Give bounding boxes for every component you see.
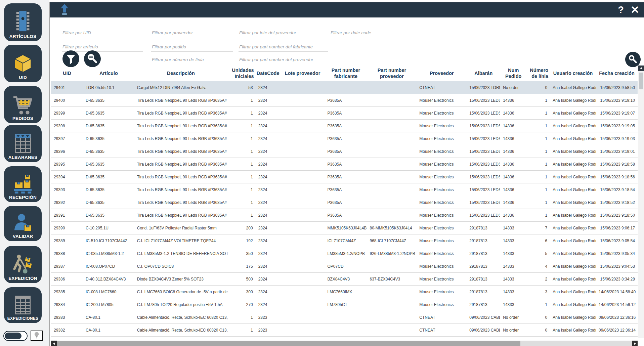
table-row[interactable]: 29389IC-510.ICL7107CM44ZC.I. ICL7107CM44… — [51, 234, 638, 247]
table-row[interactable]: 29393D-65.3635Tira Leds RGB NeopixeL 90 … — [51, 183, 638, 196]
column-header-uid[interactable]: UID — [51, 66, 83, 81]
table-row[interactable]: 29396D-65.3635Tira Leds RGB NeopixeL 90 … — [51, 145, 638, 158]
sidebar-item-label: ARTÍCULOS — [9, 34, 37, 39]
table-row[interactable]: 29384IC-200.LM7805C.I. LM7805 TO220 Regu… — [51, 298, 638, 311]
filter-proveedor-input[interactable] — [151, 29, 233, 37]
filter-uid-input[interactable] — [62, 29, 143, 37]
cell-articulo: D-65.3635 — [83, 111, 134, 116]
theme-toggle[interactable] — [3, 331, 28, 341]
table-row[interactable]: 29385IC-008.LMC7660C.I. LMC7660 SOIC8 Ge… — [51, 286, 638, 298]
chip-icon — [12, 11, 33, 34]
table-row[interactable]: 29388IC-035.LM385M3-1.2C.I. LM385M3-1.2 … — [51, 247, 638, 260]
table-row[interactable]: 29394D-65.3635Tira Leds RGB NeopixeL 90 … — [51, 171, 638, 183]
cell-unidades-iniciales: 1 — [227, 124, 256, 128]
cell-proveedor: Mouser Electronics — [417, 162, 467, 167]
filter-pedido-input[interactable] — [151, 43, 233, 51]
cell-num-pedido: 14336 — [500, 124, 526, 128]
filter-num-linia-input[interactable] — [151, 55, 233, 64]
table-row[interactable]: 29392D-65.3635Tira Leds RGB NeopixeL 90 … — [51, 196, 638, 209]
cell-part-number-fabricante: P3635A — [325, 149, 367, 154]
table-row[interactable]: 29399D-65.3635Tira Leds RGB NeopixeL 90 … — [51, 107, 638, 120]
cell-datecode: 2324 — [256, 98, 281, 103]
column-header-datecode[interactable]: DateCode — [256, 66, 281, 81]
help-icon[interactable]: ? — [618, 5, 624, 15]
cell-numero-linia: 1 — [526, 175, 550, 179]
table-row[interactable]: 29387IC-008.OP07CDC.I. OP07CD SOIC817523… — [51, 260, 638, 273]
cell-unidades-iniciales: 1 — [227, 213, 256, 218]
sidebar-item-recepcion[interactable]: RECEPCIÓN — [4, 166, 42, 202]
filter-datecode-input[interactable] — [330, 29, 411, 37]
apply-filter-button[interactable] — [62, 50, 79, 67]
cell-proveedor: Mouser Electronics — [417, 226, 467, 230]
cell-articulo: IC-200.LM7805 — [83, 302, 134, 307]
cell-fecha-creacion: 14/06/2023 14:56:12 — [596, 302, 638, 307]
table-row[interactable]: 29398D-65.3635Tira Leds RGB NeopixeL 90 … — [51, 120, 638, 132]
upload-arrow-button[interactable] — [59, 3, 70, 17]
cell-unidades-iniciales: 1 — [227, 175, 256, 179]
sidebar-item-expedicion[interactable]: EXPEDICIÓN — [4, 246, 42, 283]
cell-albaran: 15/06/2023 LEDS — [467, 98, 500, 103]
column-header-part-number-fabricante[interactable]: Part number fabricante — [325, 66, 367, 81]
sidebar-item-expediciones[interactable]: EXPEDICIONES — [4, 287, 42, 323]
column-header-articulo[interactable]: Artículo — [83, 66, 134, 81]
column-header-lote-proveedor[interactable]: Lote proveedor — [281, 66, 325, 81]
sidebar-item-validar[interactable]: VALIDAR — [4, 206, 42, 241]
cell-part-number-fabricante: OP07CD — [325, 264, 367, 269]
cell-numero-linia: 0 — [526, 328, 550, 333]
cell-numero-linia: 1 — [526, 149, 550, 154]
scroll-left-button[interactable] — [51, 341, 57, 346]
table-row[interactable]: 29395D-65.3635Tira Leds RGB NeopixeL 90 … — [51, 158, 638, 171]
filter-lote-input[interactable] — [239, 29, 328, 37]
cell-proveedor: Mouser Electronics — [417, 98, 467, 103]
cell-part-number-proveedor: 80-MMK5105K63J04L4 — [367, 226, 417, 230]
cell-num-pedido: 14336 — [500, 162, 526, 167]
sidebar-item-albaranes[interactable]: ALBARANES — [4, 125, 42, 162]
horizontal-scroll-thumb[interactable] — [57, 341, 520, 346]
cell-part-number-fabricante: P3635A — [325, 136, 367, 141]
filter-pn-proveedor-input[interactable] — [239, 55, 328, 64]
column-header-proveedor[interactable]: Proveedor — [417, 66, 467, 81]
cell-numero-linia: 1 — [526, 111, 550, 116]
table-row[interactable]: 29382CA-80.1Cable Alimentació, Recte, Sc… — [51, 324, 638, 337]
cell-usuario-creacion: Ana Isabel Gallego Rodrig — [550, 302, 596, 307]
column-header-part-number-proveedor[interactable]: Part number proveedor — [367, 66, 417, 81]
table-row[interactable]: 29401TOR-05.55.10.1Cargol M6x12 DIN 7984… — [51, 81, 638, 94]
cell-numero-linia: 1 — [526, 302, 550, 307]
sidebar-item-pedidos[interactable]: PEDIDOS — [4, 86, 42, 123]
column-header-num-pedido[interactable]: Num Pedido — [500, 66, 526, 81]
column-header-numero-linia[interactable]: Número de línia — [526, 66, 550, 81]
table-header: UIDArtículoDescripciónUnidades Iniciales… — [51, 66, 638, 81]
scroll-up-button[interactable] — [638, 66, 644, 71]
table-row[interactable]: 29391D-65.3635Tira Leds RGB NeopixeL 90 … — [51, 209, 638, 222]
cell-num-pedido: 14333 — [500, 302, 526, 307]
scroll-right-button[interactable] — [632, 341, 638, 346]
cell-datecode: 2324 — [256, 239, 281, 243]
horizontal-scrollbar[interactable] — [51, 341, 638, 346]
clear-search-button[interactable] — [84, 50, 101, 67]
sidebar-item-articulos[interactable]: ARTÍCULOS — [4, 3, 42, 41]
hint-lightbulb-button[interactable] — [31, 331, 43, 341]
cell-uid: 29388 — [51, 251, 83, 256]
table-row[interactable]: 29390C-10.205.1UCond. 1uF/63V Poliester … — [51, 222, 638, 234]
vertical-scrollbar[interactable] — [638, 66, 644, 338]
column-header-unidades-iniciales[interactable]: Unidades Iniciales — [227, 66, 256, 81]
cell-datecode: 2324 — [256, 277, 281, 282]
column-header-albaran[interactable]: Albarán — [467, 66, 500, 81]
cell-proveedor: Mouser Electronics — [417, 239, 467, 243]
column-header-descripcion[interactable]: Descripción — [134, 66, 227, 81]
cell-descripcion: C.I. ICL7107CM44Z VOLTIMETRE TQFP44 — [134, 239, 227, 243]
table-row[interactable]: 29383CA-80.1Cable Alimentació, Recte, Sc… — [51, 311, 638, 324]
close-icon[interactable]: ✕ — [631, 5, 639, 15]
filter-pn-fabricante-input[interactable] — [239, 43, 328, 51]
column-header-fecha-creacion[interactable]: Fecha creación — [596, 66, 638, 81]
sidebar-item-uid[interactable]: UID — [4, 45, 42, 82]
table-row[interactable]: 29400D-65.3635Tira Leds RGB NeopixeL 90 … — [51, 94, 638, 107]
table-row[interactable]: 29386D-40.312.BZX84C4V3Diode BZX84C4V3 Z… — [51, 273, 638, 286]
cell-descripcion: Tira Leds RGB NeopixeL 90 Leds RGB #P363… — [134, 200, 227, 205]
cell-part-number-fabricante: LMC7660IMX — [325, 290, 367, 294]
column-header-usuario-creacion[interactable]: Usuario creación — [550, 66, 596, 81]
table-row[interactable]: 29397D-65.3635Tira Leds RGB NeopixeL 90 … — [51, 132, 638, 145]
search-button[interactable] — [625, 52, 641, 67]
vertical-scroll-thumb[interactable] — [639, 73, 643, 89]
cell-part-number-fabricante: P3635A — [325, 175, 367, 179]
